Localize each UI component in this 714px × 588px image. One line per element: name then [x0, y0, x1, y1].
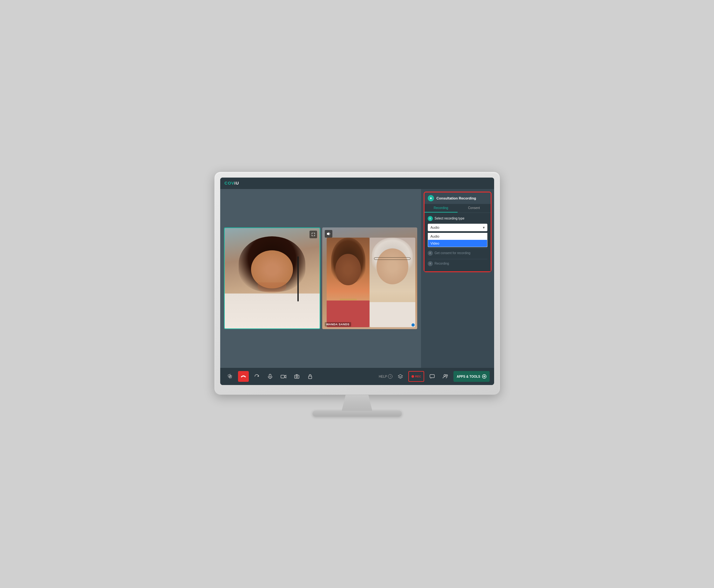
step-2-container: 2 Get consent for recording — [428, 248, 487, 258]
layers-button[interactable] — [395, 371, 406, 382]
svg-rect-7 — [309, 376, 312, 379]
svg-marker-0 — [327, 232, 329, 235]
screenshot-button[interactable] — [291, 371, 302, 382]
apps-tools-button[interactable]: APPS & TOOLS — [454, 371, 489, 382]
step-1-text: Select recording type — [435, 217, 465, 220]
camera-button[interactable] — [278, 371, 289, 382]
dropdown-option-audio[interactable]: Audio — [428, 233, 487, 240]
step-2-text: Get consent for recording — [435, 251, 470, 255]
rec-label: REC — [415, 375, 421, 378]
mute-button-2[interactable] — [325, 230, 332, 238]
svg-point-10 — [444, 375, 446, 376]
end-call-button[interactable] — [238, 371, 249, 382]
microphone-button[interactable] — [265, 371, 275, 382]
screen: COViU — [220, 177, 494, 385]
step-2-number: 2 — [428, 251, 433, 256]
video-area: JAMIE ROCK — [220, 189, 421, 368]
monitor-wrapper: COViU — [214, 171, 500, 417]
connection-indicator-2 — [412, 323, 415, 327]
svg-point-11 — [446, 375, 448, 376]
monitor-base — [313, 411, 402, 417]
tab-recording[interactable]: Recording — [424, 204, 458, 212]
right-panel: Consultation Recording Recording Consent — [421, 189, 494, 368]
rec-button[interactable]: REC — [408, 371, 424, 382]
dropdown-menu: Audio Video — [428, 233, 487, 247]
bottom-toolbar: HELP ? REC — [220, 368, 494, 385]
help-label: HELP ? — [379, 374, 393, 379]
panel-tabs: Recording Consent — [424, 204, 490, 213]
svg-point-6 — [296, 376, 297, 378]
participants-button[interactable] — [440, 371, 451, 382]
help-text: HELP — [379, 375, 387, 378]
screen-inner: COViU — [220, 177, 494, 385]
video-tile-1: JAMIE ROCK — [224, 228, 320, 329]
svg-marker-8 — [398, 375, 403, 377]
video-content: JAMIE ROCK — [220, 189, 494, 368]
step-1-label: 1 Select recording type — [428, 216, 487, 221]
panel-header: Consultation Recording — [424, 192, 490, 204]
panel-content: 1 Select recording type Audio Video — [424, 213, 490, 271]
recording-type-select[interactable]: Audio Video — [428, 224, 487, 231]
top-bar: COViU — [220, 177, 494, 189]
step-3-text: Recording — [435, 262, 449, 265]
video-tile-2: WANDA SANDS — [322, 228, 417, 329]
monitor-body: COViU — [214, 171, 500, 395]
step-3-container: 3 Recording — [428, 259, 487, 268]
tab-consent[interactable]: Consent — [458, 204, 490, 212]
toolbar-right: HELP ? REC — [379, 371, 489, 382]
rec-dot-icon — [412, 375, 414, 378]
panel-header-icon — [428, 195, 434, 202]
settings-button[interactable] — [225, 371, 235, 382]
svg-rect-2 — [269, 374, 271, 377]
svg-rect-5 — [295, 375, 299, 378]
lock-button[interactable] — [305, 371, 316, 382]
step-1-number: 1 — [428, 216, 433, 221]
step-3-number: 3 — [428, 261, 433, 266]
apps-tools-label: APPS & TOOLS — [457, 375, 480, 378]
panel-title: Consultation Recording — [437, 196, 476, 200]
recording-panel: Consultation Recording Recording Consent — [424, 192, 491, 272]
participant-label-2: WANDA SANDS — [325, 322, 351, 327]
coviu-logo: COViU — [225, 181, 239, 186]
dropdown-option-video[interactable]: Video — [428, 240, 487, 247]
toolbar-left — [225, 371, 316, 382]
monitor-stand — [338, 395, 376, 411]
refresh-button[interactable] — [251, 371, 262, 382]
chat-button[interactable] — [427, 371, 438, 382]
svg-rect-4 — [281, 375, 285, 378]
expand-button-1[interactable] — [310, 231, 317, 238]
svg-rect-9 — [430, 375, 434, 378]
recording-type-dropdown-wrapper: Audio Video ▼ — [428, 224, 487, 231]
help-icon: ? — [388, 374, 393, 379]
